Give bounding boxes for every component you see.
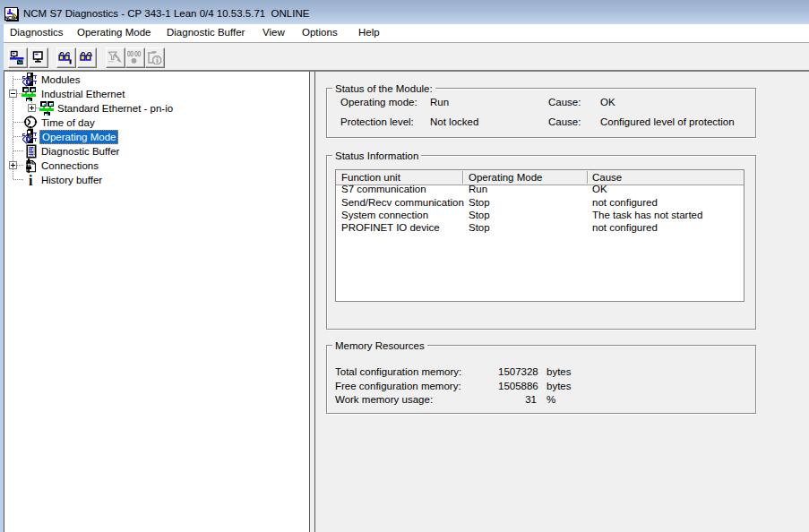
svg-text:i: i xyxy=(29,173,33,187)
